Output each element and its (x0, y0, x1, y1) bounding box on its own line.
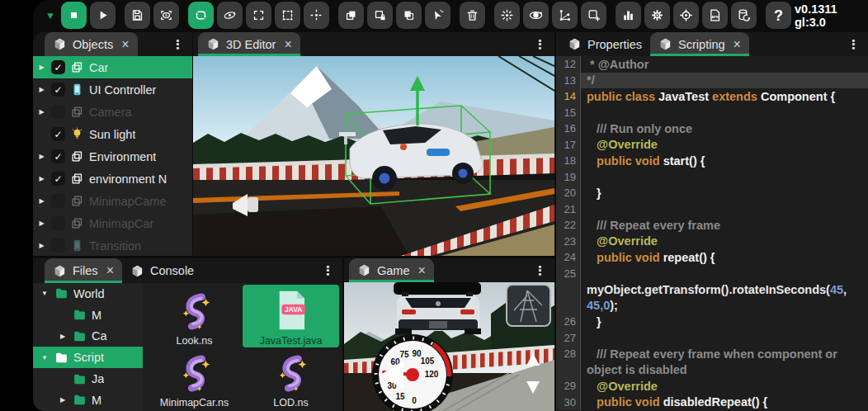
code-line[interactable]: 21 (556, 201, 868, 218)
stop-button[interactable] (61, 2, 87, 29)
tab-3d-editor[interactable]: 3D Editor × (198, 32, 300, 56)
scripting-menu-button[interactable]: ⋮ (839, 32, 868, 56)
tab-scripting[interactable]: Scripting × (650, 32, 749, 56)
help-button[interactable]: ? (766, 2, 791, 29)
save-button[interactable] (125, 2, 150, 29)
sync-assets-button[interactable] (731, 2, 757, 29)
expand-arrow-icon[interactable]: ▶ (37, 175, 46, 182)
object-row-car[interactable]: ▶✓Car (33, 56, 192, 78)
close-icon[interactable]: × (121, 38, 129, 51)
code-line[interactable]: 25 (556, 266, 868, 282)
expand-arrow-icon[interactable]: ▶ (37, 64, 46, 71)
code-editor[interactable]: 12 * @Author13*/14public class JavaTest … (556, 56, 868, 411)
scene-3d-viewport[interactable] (193, 56, 554, 256)
close-icon[interactable]: × (106, 264, 114, 277)
select-box-tool-button[interactable] (275, 2, 300, 29)
code-line[interactable]: 30 public void disabledRepeat() { (556, 394, 868, 411)
stats-button[interactable] (616, 2, 641, 29)
code-line[interactable]: 23 @Override (556, 234, 868, 250)
objects-menu-button[interactable]: ⋮ (163, 32, 192, 56)
visibility-checkbox[interactable] (51, 216, 65, 230)
code-line[interactable]: object is disabled (556, 362, 868, 379)
object-row-camera[interactable]: ▶Camera (33, 101, 192, 123)
folder-row-ja[interactable]: Ja (33, 368, 143, 390)
export-apk-button[interactable]: APK (702, 2, 728, 29)
tab-game[interactable]: Game × (349, 258, 434, 282)
object-row-ui-controller[interactable]: ▶✓UI Controller (33, 78, 192, 101)
object-row-sun-light[interactable]: ✓Sun light (33, 123, 192, 145)
tab-properties[interactable]: Properties (559, 32, 650, 56)
rotate-tool-button[interactable] (188, 2, 214, 29)
visibility-checkbox[interactable]: ✓ (51, 83, 65, 97)
tab-objects[interactable]: Objects × (45, 32, 138, 56)
visibility-checkbox[interactable]: ✓ (51, 127, 65, 141)
tab-console[interactable]: Console (122, 258, 202, 283)
visibility-checkbox[interactable] (51, 194, 65, 208)
expand-arrow-icon[interactable]: ▼ (40, 290, 50, 297)
folder-row-world[interactable]: ▼World (33, 283, 143, 305)
expand-arrow-icon[interactable]: ▶ (58, 333, 68, 340)
file-lod-ns[interactable]: LOD.ns (243, 347, 339, 410)
code-line[interactable]: 28 /// Repeat every frame when component… (556, 346, 868, 362)
object-row-environment[interactable]: ▶✓Environment (33, 145, 192, 168)
settings-button[interactable] (644, 2, 670, 29)
tab-files[interactable]: Files × (45, 258, 122, 283)
close-icon[interactable]: × (284, 38, 291, 51)
scale-tool-button[interactable] (246, 2, 271, 29)
code-line[interactable]: 17 @Override (556, 137, 868, 154)
node-graph-button[interactable] (552, 2, 578, 29)
code-line[interactable]: 19 (556, 169, 868, 186)
code-line[interactable]: 15 (556, 105, 868, 121)
close-icon[interactable]: × (734, 38, 741, 51)
editor3d-menu-button[interactable]: ⋮ (526, 32, 554, 56)
object-row-transition[interactable]: ▶Transition (33, 234, 192, 256)
object-row-environment-n[interactable]: ▶✓environment N (33, 168, 192, 190)
files-menu-button[interactable]: ⋮ (314, 258, 342, 283)
code-line[interactable]: 14public class JavaTest extends Componen… (556, 88, 868, 105)
expand-arrow-icon[interactable]: ▼ (40, 354, 50, 361)
visibility-checkbox[interactable]: ✓ (51, 60, 65, 74)
expand-arrow-icon[interactable]: ▶ (58, 396, 68, 404)
move-tool-button[interactable] (304, 2, 329, 29)
game-menu-button[interactable]: ⋮ (526, 258, 554, 282)
light-flare-button[interactable] (494, 2, 520, 29)
object-row-minimapcame[interactable]: ▶MinimapCame (33, 190, 192, 212)
code-line[interactable]: 13*/ (556, 73, 868, 89)
code-line[interactable]: 18 public void start() { (556, 153, 868, 169)
orbit-rotate-tool-button[interactable] (217, 2, 243, 29)
code-line[interactable]: 16 /// Run only once (556, 120, 868, 137)
folder-row-script[interactable]: ▼Script (33, 347, 143, 368)
file-look-ns[interactable]: Look.ns (146, 285, 243, 347)
code-line[interactable]: 20 } (556, 185, 868, 201)
game-viewport[interactable]: 0153045607590105120 (344, 282, 554, 411)
expand-arrow-icon[interactable]: ▶ (37, 220, 46, 227)
code-line[interactable]: 12 * @Author (556, 56, 868, 73)
touch-pointer-tool-button[interactable] (425, 2, 451, 29)
file-javatest-java[interactable]: JAVAJavaTest.java (243, 285, 339, 347)
folder-row-m[interactable]: ▶M (33, 390, 143, 411)
bring-forward-button[interactable] (338, 2, 364, 29)
visibility-checkbox[interactable] (51, 105, 65, 119)
layer-lock-button[interactable] (367, 2, 393, 29)
close-icon[interactable]: × (418, 264, 426, 277)
file-minimapcar-ns[interactable]: MinimapCar.ns (146, 347, 243, 410)
add-object-button[interactable] (581, 2, 606, 29)
play-button[interactable] (90, 2, 116, 29)
send-backward-button[interactable] (396, 2, 422, 29)
expand-arrow-icon[interactable]: ▶ (37, 153, 46, 160)
delete-button[interactable] (460, 2, 485, 29)
object-row-minimapcar[interactable]: ▶MinimapCar (33, 212, 192, 234)
visibility-checkbox[interactable]: ✓ (51, 149, 65, 163)
folder-row-m[interactable]: M (33, 305, 143, 326)
visibility-checkbox[interactable] (51, 239, 65, 253)
physics-orbit-button[interactable] (523, 2, 549, 29)
code-line[interactable]: 45,0); (556, 298, 868, 314)
code-line[interactable]: 29 @Override (556, 378, 868, 394)
folder-row-ca[interactable]: ▶Ca (33, 326, 143, 347)
play-mode-dropdown-button[interactable]: ▼ (43, 2, 58, 29)
expand-arrow-icon[interactable]: ▶ (37, 197, 46, 205)
code-line[interactable]: myObject.getTransform().rotateInSeconds(… (556, 281, 868, 298)
expand-arrow-icon[interactable]: ▶ (37, 86, 46, 93)
scene-preview-button[interactable] (153, 2, 179, 29)
expand-arrow-icon[interactable]: ▶ (37, 108, 46, 116)
